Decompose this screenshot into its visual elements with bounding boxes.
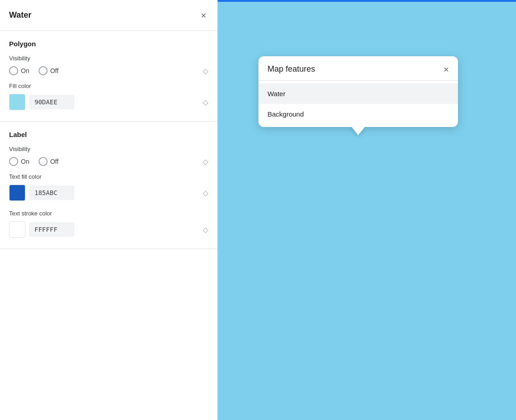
polygon-radio-off-label: Off [50, 67, 58, 74]
popup-header: Map features × [258, 56, 458, 81]
label-radio-on-label: On [21, 158, 29, 165]
polygon-radio-on-label: On [21, 67, 29, 74]
label-text-fill-value[interactable]: 185ABC [29, 186, 74, 200]
panel-title: Water [9, 10, 31, 20]
label-radio-on[interactable]: On [9, 157, 29, 166]
popup-list: Water Background [258, 81, 458, 127]
popup-close-button[interactable]: × [443, 65, 449, 74]
label-visibility-label: Visibility [9, 146, 208, 152]
label-radio-options: On Off [9, 157, 58, 166]
label-section-title: Label [9, 131, 208, 138]
map-panel: Map features × Water Background [218, 0, 516, 420]
label-text-stroke-swatch[interactable] [9, 221, 25, 238]
label-visibility-diamond-icon[interactable]: ◇ [203, 157, 208, 166]
polygon-fill-color-row: 90DAEE ◇ [9, 94, 208, 110]
polygon-fill-color-group: 90DAEE [9, 94, 74, 110]
label-text-fill-diamond-icon[interactable]: ◇ [203, 189, 208, 197]
label-text-stroke-row: FFFFFF ◇ [9, 221, 208, 238]
label-text-stroke-diamond-icon[interactable]: ◇ [203, 225, 208, 234]
polygon-radio-options: On Off [9, 66, 58, 75]
panel-close-button[interactable]: × [199, 9, 208, 22]
panel-header: Water × [0, 0, 217, 31]
polygon-visibility-row: On Off ◇ [9, 66, 208, 75]
polygon-section: Polygon Visibility On Off ◇ Fill color 9… [0, 31, 217, 122]
left-panel: Water × Polygon Visibility On Off ◇ Fill… [0, 0, 218, 420]
label-text-fill-row: 185ABC ◇ [9, 185, 208, 201]
map-features-popup: Map features × Water Background [258, 56, 458, 127]
popup-item-background[interactable]: Background [258, 104, 458, 124]
label-radio-off-circle [39, 157, 48, 166]
polygon-visibility-label: Visibility [9, 55, 208, 62]
label-section: Label Visibility On Off ◇ Text fill colo… [0, 122, 217, 249]
label-radio-off[interactable]: Off [39, 157, 58, 166]
popup-title: Map features [268, 64, 315, 74]
polygon-fill-color-diamond-icon[interactable]: ◇ [203, 98, 208, 107]
label-text-fill-swatch[interactable] [9, 185, 25, 201]
popup-item-water-label: Water [268, 90, 285, 98]
polygon-fill-color-value[interactable]: 90DAEE [29, 95, 74, 109]
label-text-stroke-label: Text stroke color [9, 210, 208, 217]
polygon-section-title: Polygon [9, 40, 208, 48]
polygon-radio-on[interactable]: On [9, 66, 29, 75]
polygon-fill-color-label: Fill color [9, 83, 208, 89]
label-text-stroke-value[interactable]: FFFFFF [29, 222, 74, 237]
polygon-radio-off[interactable]: Off [39, 66, 58, 75]
polygon-fill-color-swatch[interactable] [9, 94, 25, 110]
polygon-radio-on-circle [9, 66, 18, 75]
popup-item-water[interactable]: Water [258, 83, 458, 104]
label-text-fill-label: Text fill color [9, 173, 208, 180]
label-text-fill-group: 185ABC [9, 185, 74, 201]
label-radio-on-circle [9, 157, 18, 166]
popup-item-background-label: Background [268, 110, 304, 118]
label-text-stroke-group: FFFFFF [9, 221, 74, 238]
label-radio-off-label: Off [50, 158, 58, 165]
polygon-radio-off-circle [39, 66, 48, 75]
label-visibility-row: On Off ◇ [9, 157, 208, 166]
polygon-visibility-diamond-icon[interactable]: ◇ [203, 67, 208, 75]
